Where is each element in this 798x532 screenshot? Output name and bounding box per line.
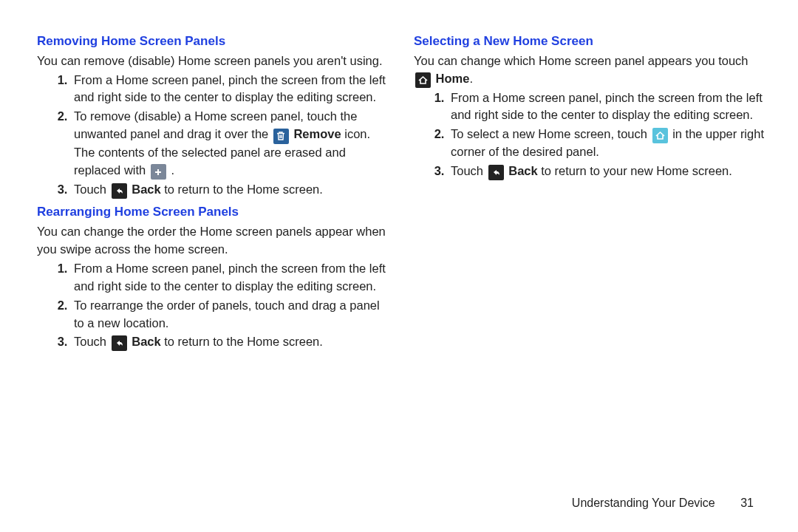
intro-selecting: You can change which Home screen panel a… [414,52,768,88]
heading-removing: Removing Home Screen Panels [37,33,392,51]
list-item: To select a new Home screen, touch in th… [448,126,768,161]
steps-selecting: From a Home screen panel, pinch the scre… [414,89,768,181]
list-item: Touch Back to return to the Home screen. [71,181,392,199]
list-item: From a Home screen panel, pinch the scre… [71,72,392,107]
intro-removing: You can remove (disable) Home screen pan… [37,52,392,70]
back-icon [488,165,504,180]
list-item: Touch Back to return to the Home screen. [71,333,392,351]
left-column: Removing Home Screen Panels You can remo… [37,30,392,355]
right-column: Selecting a New Home Screen You can chan… [414,30,768,355]
list-item: Touch Back to return to your new Home sc… [448,163,768,180]
intro-rearranging: You can change the order the Home screen… [37,223,392,259]
heading-selecting: Selecting a New Home Screen [414,33,768,51]
home-select-icon [652,128,668,143]
list-item: To rearrange the order of panels, touch … [71,297,392,332]
back-icon [112,335,127,351]
page-number: 31 [740,497,754,509]
trash-icon [273,129,289,144]
steps-rearranging: From a Home screen panel, pinch the scre… [37,260,392,352]
steps-removing: From a Home screen panel, pinch the scre… [37,72,392,200]
page-footer: Understanding Your Device 31 [572,497,754,510]
plus-icon [151,164,166,180]
footer-label: Understanding Your Device [572,497,715,509]
heading-rearranging: Rearranging Home Screen Panels [37,203,392,222]
back-icon [112,183,127,199]
list-item: From a Home screen panel, pinch the scre… [71,260,392,296]
home-icon [415,72,431,88]
list-item: From a Home screen panel, pinch the scre… [448,89,768,125]
list-item: To remove (disable) a Home screen panel,… [71,108,392,180]
